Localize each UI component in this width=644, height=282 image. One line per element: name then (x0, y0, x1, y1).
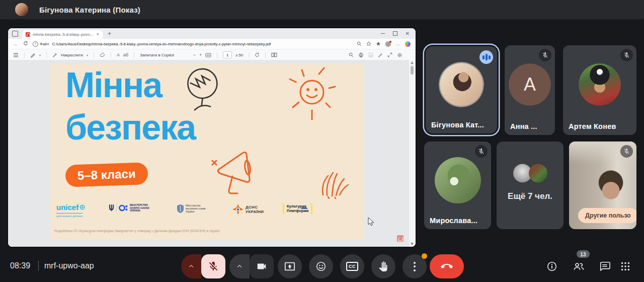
presenter-name: Бігунова Катерина (Показ) (39, 6, 140, 14)
ask-copilot-button[interactable]: Запитати в Copilot (140, 53, 174, 57)
collections-icon[interactable] (376, 41, 381, 46)
shared-screen-browser: minna-bezpeka.-5-8-klasy.-povn... × + ✕ … (8, 28, 416, 247)
avatar (440, 63, 483, 106)
pdf-toolbar: ▾ Накреслити ▾ A аб Запитати в Copilot −… (8, 49, 416, 61)
page-view-icon[interactable] (271, 52, 277, 57)
browser-tab-strip: minna-bezpeka.-5-8-klasy.-povn... × + ✕ (8, 28, 416, 39)
megaphone-doodle (207, 143, 266, 199)
address-bar[interactable]: ← i Файл C:/Users/Asus/Desktop/minna-bez… (8, 39, 416, 49)
zoom-search-icon[interactable] (357, 41, 362, 46)
read-aloud-icon[interactable]: A (117, 52, 120, 57)
activities-button[interactable] (619, 260, 631, 272)
draw-label[interactable]: Накреслити (61, 53, 83, 57)
draw-pen-icon[interactable] (52, 52, 57, 57)
dsns-cross-icon (232, 204, 244, 215)
window-maximize-icon[interactable] (393, 31, 397, 36)
fit-width-icon[interactable] (205, 53, 211, 57)
adobe-pdf-watermark-icon (397, 235, 404, 242)
mic-off-icon (620, 145, 633, 158)
new-tab-button[interactable]: + (108, 31, 111, 37)
settings-gear-icon[interactable] (397, 52, 403, 58)
copilot-icon[interactable] (405, 41, 411, 47)
mouse-cursor (368, 217, 374, 227)
back-icon[interactable]: ← (13, 41, 19, 47)
toc-icon[interactable] (13, 53, 19, 57)
mic-off-icon (620, 49, 633, 61)
camera-button[interactable] (250, 254, 274, 278)
edit-icon[interactable] (378, 52, 383, 57)
mvs-logo: Міністерство внутрішніх справ України (177, 204, 205, 213)
highlighter-chevron-icon[interactable]: ▾ (39, 53, 41, 57)
zoom-out-icon[interactable]: − (193, 52, 196, 57)
mic-options-chevron-icon[interactable] (181, 254, 201, 278)
people-icon (573, 260, 585, 272)
tab-close-icon[interactable]: × (97, 32, 99, 37)
cultural-platform-logo: Культурна Платформа (283, 203, 312, 214)
participant-tile-bigunova[interactable]: Бігунова Кат... (426, 46, 497, 133)
draw-chevron-icon[interactable]: ▾ (87, 53, 88, 57)
window-close-icon[interactable]: ✕ (406, 31, 410, 36)
mic-off-icon (539, 49, 551, 61)
reactions-button[interactable] (309, 254, 333, 278)
refresh-icon[interactable] (23, 41, 28, 47)
mic-off-icon (475, 145, 488, 158)
page-total-label: з 50 (235, 53, 243, 57)
participant-tile-myroslava[interactable]: Мирослава... (424, 142, 491, 229)
captions-button[interactable]: CC (340, 254, 364, 278)
people-panel-button[interactable] (573, 260, 585, 272)
participant-tile-video[interactable]: Другие пользо (569, 142, 636, 229)
dsns-logo: ДСНС УКРАЇНИ (232, 204, 264, 215)
speaking-indicator-icon (479, 50, 493, 64)
participant-tile-artem[interactable]: Артем Конев (563, 45, 636, 135)
chat-panel-button[interactable] (599, 260, 611, 272)
browser-tab[interactable]: minna-bezpeka.-5-8-klasy.-povn... × (22, 30, 103, 39)
pdf-content-area[interactable]: Мінна безпека 5–8 класи (8, 60, 416, 247)
scroll-down-icon[interactable] (411, 243, 414, 245)
info-page-icon: i (33, 41, 38, 47)
end-call-button[interactable] (430, 254, 464, 278)
workspace-icon[interactable] (12, 31, 18, 37)
pdf-favicon (26, 32, 30, 37)
url-text[interactable]: C:/Users/Asus/Desktop/minna-bezpeka.-5-8… (52, 42, 353, 46)
info-icon (546, 261, 557, 272)
mic-mute-button[interactable] (201, 254, 225, 278)
call-end-icon (441, 260, 453, 272)
meeting-code: mrf-upwo-aap (44, 261, 94, 270)
chat-icon (599, 261, 610, 272)
scroll-up-icon[interactable] (411, 61, 414, 64)
search-document-icon[interactable] (349, 52, 354, 57)
text-tools-icon[interactable]: аб (123, 52, 128, 57)
fullscreen-icon[interactable] (387, 52, 392, 57)
eraser-icon[interactable] (100, 52, 105, 57)
window-minimize-icon[interactable] (381, 33, 385, 34)
participant-tile-overflow[interactable]: Ещё 7 чел. (497, 142, 564, 229)
divider (38, 261, 39, 271)
camera-options-chevron-icon[interactable] (229, 254, 250, 278)
favorites-star-icon[interactable] (366, 41, 371, 46)
file-scheme-chip: i Файл (33, 41, 49, 47)
rotate-icon[interactable] (255, 52, 260, 57)
browser-scrollbar[interactable] (409, 60, 416, 247)
raise-hand-button[interactable] (371, 254, 395, 278)
save-icon[interactable] (368, 52, 373, 57)
zoom-in-icon[interactable]: + (199, 52, 202, 57)
overflow-count-label: Ещё 7 чел. (497, 191, 564, 201)
scrollbar-thumb[interactable] (411, 66, 414, 75)
participant-count-badge: 13 (577, 250, 590, 258)
trident-icon (109, 204, 114, 212)
print-icon[interactable] (358, 52, 364, 57)
slide-page: Мінна безпека 5–8 класи (50, 64, 363, 240)
profile-avatar-icon[interactable] (385, 41, 391, 47)
mic-control (181, 254, 225, 278)
browser-menu-icon[interactable]: … (395, 41, 400, 46)
present-icon (284, 261, 295, 272)
meeting-details-button[interactable] (546, 260, 558, 272)
highlighter-icon[interactable] (30, 52, 36, 58)
participant-name: Анна ... (510, 122, 537, 130)
participant-tile-anna[interactable]: A Анна ... (505, 45, 555, 135)
overflow-avatars (513, 164, 547, 182)
grass-doodle (313, 160, 354, 199)
page-number-input[interactable] (223, 51, 232, 58)
sun-doodle (286, 67, 338, 128)
present-screen-button[interactable] (278, 254, 302, 278)
